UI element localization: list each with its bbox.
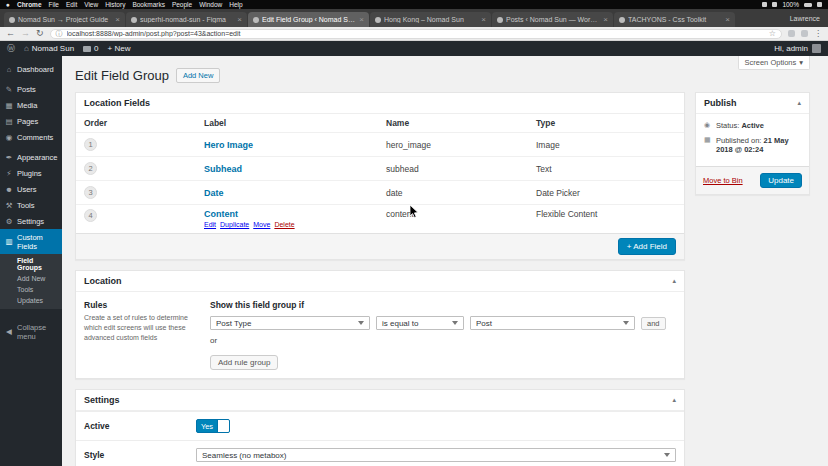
menu-bookmarks[interactable]: Bookmarks bbox=[132, 1, 165, 8]
extension-icon[interactable] bbox=[801, 30, 808, 37]
move-to-bin-link[interactable]: Move to Bin bbox=[703, 176, 743, 185]
add-new-button[interactable]: Add New bbox=[176, 68, 220, 83]
sidebar-item-users[interactable]: ☻ Users bbox=[0, 181, 62, 197]
rule-operator-select[interactable]: is equal to bbox=[376, 316, 464, 330]
menu-history[interactable]: History bbox=[105, 1, 125, 8]
settings-title-bar[interactable]: Settings ▴ bbox=[76, 390, 684, 411]
menu-window[interactable]: Window bbox=[199, 1, 222, 8]
location-title-bar[interactable]: Location ▴ bbox=[76, 271, 684, 292]
toggle-panel-icon[interactable]: ▴ bbox=[672, 396, 676, 404]
url-input[interactable]: ⓘ localhost:8888/wp-admin/post.php?post=… bbox=[50, 29, 782, 39]
menu-people[interactable]: People bbox=[172, 1, 192, 8]
sidebar-item-tools[interactable]: ⚒ Tools bbox=[0, 197, 62, 213]
adminbar-comments[interactable]: 0 bbox=[83, 44, 98, 53]
submenu-field-groups[interactable]: Field Groups bbox=[0, 255, 62, 273]
tab-close-icon[interactable]: × bbox=[237, 16, 242, 24]
tab-label: superhi-nomad-sun - Figma bbox=[140, 16, 234, 23]
update-button[interactable]: Update bbox=[760, 173, 802, 188]
menu-view[interactable]: View bbox=[84, 1, 98, 8]
tab-edit-field-group-active[interactable]: Edit Field Group ‹ Nomad S… × bbox=[248, 12, 369, 27]
sidebar-item-label: Pages bbox=[17, 117, 38, 126]
adminbar-site-name[interactable]: ⌂ Nomad Sun bbox=[24, 44, 74, 53]
rule-param-select[interactable]: Post Type bbox=[210, 316, 370, 330]
field-order-handle[interactable]: 2 bbox=[84, 162, 97, 175]
field-label-link[interactable]: Subhead bbox=[204, 164, 242, 174]
sidebar-item-custom-fields[interactable]: ▥ Custom Fields bbox=[0, 229, 62, 254]
menu-edit[interactable]: Edit bbox=[66, 1, 77, 8]
sidebar-item-pages[interactable]: ▤ Pages bbox=[0, 113, 62, 129]
browser-menu-icon[interactable]: ⋮ bbox=[814, 29, 822, 38]
menu-file[interactable]: File bbox=[49, 1, 59, 8]
toggle-panel-icon[interactable]: ▴ bbox=[672, 277, 676, 285]
field-duplicate-link[interactable]: Duplicate bbox=[220, 221, 249, 228]
field-label-link[interactable]: Date bbox=[204, 188, 224, 198]
tab-tachyons[interactable]: TACHYONS - Css Toolkit × bbox=[614, 12, 735, 27]
tab-favicon bbox=[619, 17, 625, 23]
avatar[interactable] bbox=[812, 44, 821, 53]
battery-icon[interactable] bbox=[804, 3, 812, 7]
tab-favicon bbox=[497, 17, 503, 23]
field-order-handle[interactable]: 3 bbox=[84, 186, 97, 199]
reload-icon[interactable]: ↻ bbox=[36, 29, 44, 38]
field-label-link[interactable]: Content bbox=[204, 209, 238, 219]
sidebar-item-appearance[interactable]: ✒ Appearance bbox=[0, 149, 62, 165]
toggle-panel-icon[interactable]: ▴ bbox=[797, 99, 801, 107]
sidebar-item-posts[interactable]: ✎ Posts bbox=[0, 81, 62, 97]
forward-icon[interactable]: → bbox=[21, 29, 30, 38]
tab-close-icon[interactable]: × bbox=[115, 16, 120, 24]
sidebar-item-plugins[interactable]: ⚡ Plugins bbox=[0, 165, 62, 181]
adminbar-new-button[interactable]: + New bbox=[108, 44, 131, 53]
sidebar-item-dashboard[interactable]: ⌂ Dashboard bbox=[0, 61, 62, 77]
wp-admin-sidebar: ⌂ Dashboard ✎ Posts ▦ Media ▤ Pages ◉ Co… bbox=[0, 56, 62, 466]
add-field-button[interactable]: + Add Field bbox=[618, 238, 676, 255]
submenu-tools[interactable]: Tools bbox=[0, 284, 62, 295]
tab-close-icon[interactable]: × bbox=[725, 16, 730, 24]
tab-close-icon[interactable]: × bbox=[359, 16, 364, 24]
field-delete-link[interactable]: Delete bbox=[274, 221, 294, 228]
sidebar-item-settings[interactable]: ⚙ Settings bbox=[0, 213, 62, 229]
table-row: 2 Subhead subhead Text bbox=[76, 156, 684, 180]
browser-profile-name[interactable]: Lawrence bbox=[790, 15, 824, 22]
comments-icon: ◉ bbox=[5, 133, 13, 142]
back-icon[interactable]: ← bbox=[6, 29, 15, 38]
field-order-handle[interactable]: 1 bbox=[84, 138, 97, 151]
extension-icon[interactable] bbox=[788, 30, 795, 37]
spotlight-icon[interactable] bbox=[817, 2, 822, 7]
sidebar-item-label: Comments bbox=[17, 133, 53, 142]
field-order-handle[interactable]: 4 bbox=[84, 209, 97, 222]
tab-label: Posts ‹ Nomad Sun — WordPr… bbox=[506, 16, 600, 23]
wifi-status-icon[interactable] bbox=[772, 2, 777, 7]
sidebar-item-comments[interactable]: ◉ Comments bbox=[0, 129, 62, 145]
wordpress-logo-icon[interactable]: Ⓦ bbox=[7, 43, 15, 54]
field-move-link[interactable]: Move bbox=[253, 221, 270, 228]
tab-nomad-sun-project-guide[interactable]: Nomad Sun → Project Guide × bbox=[4, 12, 125, 27]
field-edit-link[interactable]: Edit bbox=[204, 221, 216, 228]
tab-close-icon[interactable]: × bbox=[603, 16, 608, 24]
bookmark-star-icon[interactable]: ☆ bbox=[769, 29, 776, 38]
field-group-title-bar: Location Fields bbox=[76, 93, 684, 114]
tab-hong-kong[interactable]: Hong Kong – Nomad Sun × bbox=[370, 12, 491, 27]
site-info-icon[interactable]: ⓘ bbox=[56, 29, 63, 39]
submenu-updates[interactable]: Updates bbox=[0, 295, 62, 306]
screen-options-tab[interactable]: Screen Options ▾ bbox=[738, 56, 810, 70]
active-toggle[interactable]: Yes bbox=[196, 419, 230, 433]
and-rule-button[interactable]: and bbox=[641, 317, 666, 330]
tab-posts[interactable]: Posts ‹ Nomad Sun — WordPr… × bbox=[492, 12, 613, 27]
sidebar-item-media[interactable]: ▦ Media bbox=[0, 97, 62, 113]
adminbar-greeting[interactable]: Hi, admin bbox=[774, 44, 808, 53]
plugins-icon: ⚡ bbox=[5, 169, 13, 178]
tab-figma[interactable]: superhi-nomad-sun - Figma × bbox=[126, 12, 247, 27]
publish-title-bar[interactable]: Publish ▴ bbox=[696, 93, 809, 114]
display-status-icon[interactable] bbox=[762, 2, 767, 7]
rule-value-select[interactable]: Post bbox=[470, 316, 635, 330]
setting-label: Active bbox=[84, 421, 196, 431]
tab-close-icon[interactable]: × bbox=[481, 16, 486, 24]
menubar-app-name[interactable]: Chrome bbox=[17, 1, 42, 8]
style-select[interactable]: Seamless (no metabox) bbox=[196, 448, 676, 462]
menu-help[interactable]: Help bbox=[229, 1, 242, 8]
add-rule-group-button[interactable]: Add rule group bbox=[210, 355, 278, 370]
apple-logo-icon[interactable]: ● bbox=[6, 1, 10, 8]
submenu-add-new[interactable]: Add New bbox=[0, 273, 62, 284]
collapse-menu-button[interactable]: ◀ Collapse menu bbox=[0, 319, 62, 344]
field-label-link[interactable]: Hero Image bbox=[204, 140, 253, 150]
